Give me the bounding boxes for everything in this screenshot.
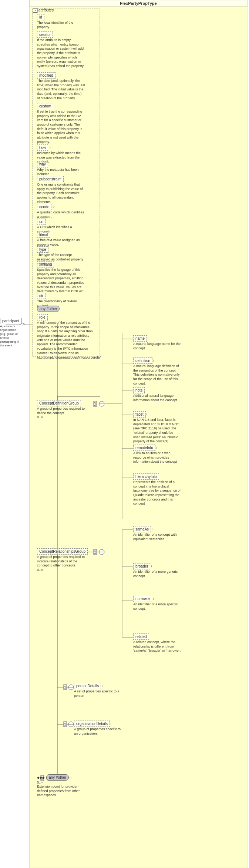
person-details-section: personDetails i A set of properties spec… <box>74 683 122 698</box>
rel-related-box[interactable]: related <box>133 633 149 640</box>
attr-qcode-box[interactable]: qcode <box>37 204 51 210</box>
attr-xmllang-desc: Specifies the language of this property … <box>37 268 85 294</box>
rel-broader-sup: i <box>151 565 152 568</box>
org-details-box[interactable]: organisationDetails <box>74 721 110 727</box>
bottom-any-other: ◆◆◆ any #other 0..∞ Extension point for … <box>37 774 85 798</box>
attr-id: id The local identifier of the property. <box>37 14 85 29</box>
expand-icon[interactable]: - <box>33 8 38 13</box>
right-hierarchy-box[interactable]: hierarchyInfo <box>133 473 159 480</box>
right-hierarchy-info: hierarchyInfo i Represents the position … <box>133 473 181 506</box>
right-definition: definition i A natural language definiti… <box>133 357 181 386</box>
attr-literal-desc: A free-text value assigned as property v… <box>37 238 85 247</box>
attr-type-box[interactable]: type <box>37 246 48 253</box>
right-note-sup: i <box>145 389 146 392</box>
attr-modified: modified The date (and, optionally, the … <box>37 72 85 100</box>
participant-desc: A person or organisation (e.g. group of … <box>0 325 22 347</box>
attr-xmllang-box[interactable]: xmllang <box>37 261 54 267</box>
svg-line-36 <box>94 551 96 554</box>
right-definition-box[interactable]: definition <box>133 357 152 364</box>
right-hierarchy-sup: i <box>160 475 161 478</box>
svg-line-40 <box>64 686 66 689</box>
rel-related-sup: i <box>150 635 151 638</box>
right-remote-info: remoteInfo i A link to an item or a web … <box>133 445 181 464</box>
svg-rect-32 <box>99 401 104 406</box>
svg-line-30 <box>94 402 96 406</box>
bottom-any-other-prefix: ◆◆◆ <box>37 776 45 779</box>
right-name-box[interactable]: name <box>133 335 147 342</box>
rel-narrower-box[interactable]: narrower <box>133 596 152 602</box>
attr-qcode-optional: ? <box>53 205 54 209</box>
attr-role: role A refinement of the semantics of th… <box>37 314 94 360</box>
attr-custom-box[interactable]: custom <box>37 103 53 109</box>
rel-broader-desc: An identifier of a more generic concept. <box>133 570 181 578</box>
org-details-desc: A group of properties specific to an org… <box>74 727 122 736</box>
attr-creator-box[interactable]: creator <box>37 31 53 38</box>
attr-why: why Why the metadata has been included. <box>37 161 85 176</box>
right-facet-desc: In NAR 1.8 and later, facet is deprecate… <box>133 418 181 444</box>
svg-rect-29 <box>94 401 97 406</box>
right-name: name i A natural language name for the c… <box>133 335 181 350</box>
attr-role-box[interactable]: role <box>37 314 48 320</box>
svg-rect-47 <box>68 722 74 727</box>
attr-how-box[interactable]: how <box>37 144 48 151</box>
org-details-section: organisationDetails i A group of propert… <box>74 721 122 736</box>
concept-rel-group-section: ConceptRelationshipsGroup A group of pro… <box>37 548 88 572</box>
concept-rel-group-box[interactable]: ConceptRelationshipsGroup <box>37 548 88 555</box>
rel-related-desc: A related concept, where the relationshi… <box>133 640 181 653</box>
right-facet-sup: i <box>147 413 147 416</box>
attr-pubconstraint-box[interactable]: pubconstraint <box>37 176 64 182</box>
attr-pubconstraint-desc: One or many constraints that apply to pu… <box>37 183 85 204</box>
org-details-sup: i <box>111 722 111 725</box>
attr-xmllang: xmllang Specifies the language of this p… <box>37 261 85 294</box>
attr-literal-box[interactable]: literal <box>37 232 50 238</box>
svg-line-46 <box>64 723 66 726</box>
svg-line-45 <box>64 723 66 726</box>
main-container: - <box>0 0 249 868</box>
attr-custom: custom If set to true the corresponding … <box>37 103 85 144</box>
attr-role-desc: A refinement of the semantics of the pro… <box>37 321 94 360</box>
title-bar: FlexPartyPropType <box>30 0 247 6</box>
rel-narrower: narrower i An identifier of a more speci… <box>133 596 181 611</box>
attr-why-box[interactable]: why <box>37 161 48 167</box>
attr-dir-box[interactable]: dir <box>37 293 46 299</box>
right-remote-sup: i <box>156 446 157 449</box>
attr-how-optional: ? <box>49 146 51 150</box>
attr-literal: literal A free-text value assigned as pr… <box>37 232 85 247</box>
attr-qcode: qcode ? A qualified code which identifie… <box>37 204 85 219</box>
right-name-sup: i <box>148 337 148 340</box>
title-text: FlexPartyPropType <box>120 1 157 6</box>
attr-creator-desc: If the attribute is empty, specifies whi… <box>37 38 85 69</box>
rel-broader-box[interactable]: broader <box>133 563 150 569</box>
rel-related: related i A related concept, where the r… <box>133 633 181 653</box>
rel-same-as-box[interactable]: sameAs <box>133 526 151 532</box>
participant-section: participant A person or organisation (e.… <box>0 318 22 347</box>
concept-def-group-box[interactable]: ConceptDefinitionGroup <box>37 400 81 406</box>
svg-rect-37 <box>99 549 104 555</box>
bottom-any-other-pill: any #other <box>46 774 69 781</box>
attr-any-other-pill: any #other <box>37 306 60 312</box>
concept-def-group-desc: A group of properties required to define… <box>37 407 85 415</box>
svg-line-41 <box>64 686 66 689</box>
attr-why-desc: Why the metadata has been included. <box>37 168 85 176</box>
attr-uri-box[interactable]: uri <box>37 219 46 225</box>
concept-rel-group-desc: A group of properties required to indica… <box>37 555 85 568</box>
right-facet-box[interactable]: facet <box>133 411 146 418</box>
attr-modified-desc: The date (and, optionally, the time) whe… <box>37 79 85 100</box>
attr-id-box[interactable]: id <box>37 14 44 20</box>
svg-line-35 <box>94 551 96 554</box>
right-note-box[interactable]: note <box>133 387 145 393</box>
attr-custom-desc: If set to true the corresponding propert… <box>37 110 85 144</box>
concept-def-mult: 0..∞ <box>37 415 85 419</box>
rel-same-sup: i <box>152 528 152 531</box>
person-details-sup: i <box>102 684 102 688</box>
svg-rect-34 <box>94 549 97 555</box>
right-note-desc: Additional natural language information … <box>133 394 181 402</box>
concept-rel-mult: 0..∞ <box>37 568 88 572</box>
attr-any-other: any #other <box>37 306 60 312</box>
person-details-box[interactable]: personDetails <box>74 683 101 689</box>
attr-creator: creator If the attribute is empty, speci… <box>37 31 85 69</box>
attr-modified-box[interactable]: modified <box>37 72 55 79</box>
right-remote-info-box[interactable]: remoteInfo <box>133 445 155 451</box>
right-definition-desc: A natural language definition of the sem… <box>133 364 181 386</box>
participant-box[interactable]: participant <box>0 318 21 324</box>
